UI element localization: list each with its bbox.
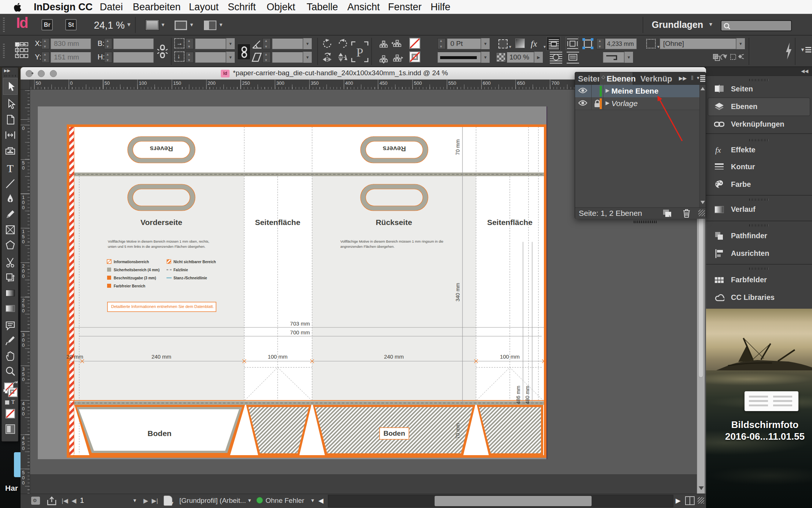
svg-text:Farbfreier Bereich: Farbfreier Bereich xyxy=(114,284,145,288)
svg-text:P: P xyxy=(356,46,363,59)
svg-text:Sicherheitsbereich (4 mm): Sicherheitsbereich (4 mm) xyxy=(114,268,160,272)
svg-text:703 mm: 703 mm xyxy=(290,320,310,327)
svg-text:Vollflächige Motive in diesem: Vollflächige Motive in diesem Bereich mü… xyxy=(108,239,209,243)
svg-text:100 mm: 100 mm xyxy=(268,353,288,360)
svg-text:Revers: Revers xyxy=(383,145,406,153)
svg-text:Beschnittzugabe (3 mm): Beschnittzugabe (3 mm) xyxy=(114,276,156,280)
svg-text:340 mm: 340 mm xyxy=(455,283,461,302)
svg-text:20 mm: 20 mm xyxy=(67,353,83,360)
svg-text:Vorderseite: Vorderseite xyxy=(140,218,182,226)
svg-text:Falzlinie: Falzlinie xyxy=(173,268,188,272)
svg-text:Boden: Boden xyxy=(383,429,405,437)
svg-text:240 mm: 240 mm xyxy=(384,353,404,360)
svg-text:Vollflächige Motive in diesem: Vollflächige Motive in diesem Bereich mü… xyxy=(340,239,443,243)
svg-text:486 mm: 486 mm xyxy=(515,386,521,404)
svg-text:240 mm: 240 mm xyxy=(151,353,171,360)
svg-text:Seitenfläche: Seitenfläche xyxy=(255,218,300,226)
svg-text:100 mm: 100 mm xyxy=(500,353,520,360)
svg-text:Informationsbereich: Informationsbereich xyxy=(114,260,149,264)
svg-text:70 mm: 70 mm xyxy=(455,139,461,155)
svg-text:Seitenfläche: Seitenfläche xyxy=(487,218,533,226)
svg-text:700 mm: 700 mm xyxy=(290,329,310,335)
svg-text:Nicht sichtbarer Bereich: Nicht sichtbarer Bereich xyxy=(173,260,216,264)
svg-text:fx: fx xyxy=(715,145,721,155)
svg-text:unten und 5 mm links in die an: unten und 5 mm links in die angrenzenden… xyxy=(108,244,205,248)
svg-text:Revers: Revers xyxy=(150,145,173,153)
svg-text:angrenzenden Flächen übergehen: angrenzenden Flächen übergehen. xyxy=(340,244,395,248)
svg-text:70 mm: 70 mm xyxy=(455,423,461,439)
svg-text:Stanz-/Schneidlinie: Stanz-/Schneidlinie xyxy=(173,276,207,280)
svg-text:480 mm: 480 mm xyxy=(524,386,530,404)
svg-text:T: T xyxy=(7,162,14,174)
svg-text:Detaillierte Informationen ent: Detaillierte Informationen entnehmen Sie… xyxy=(111,304,214,309)
svg-text:Boden: Boden xyxy=(147,429,171,438)
svg-text:Rückseite: Rückseite xyxy=(376,218,412,226)
